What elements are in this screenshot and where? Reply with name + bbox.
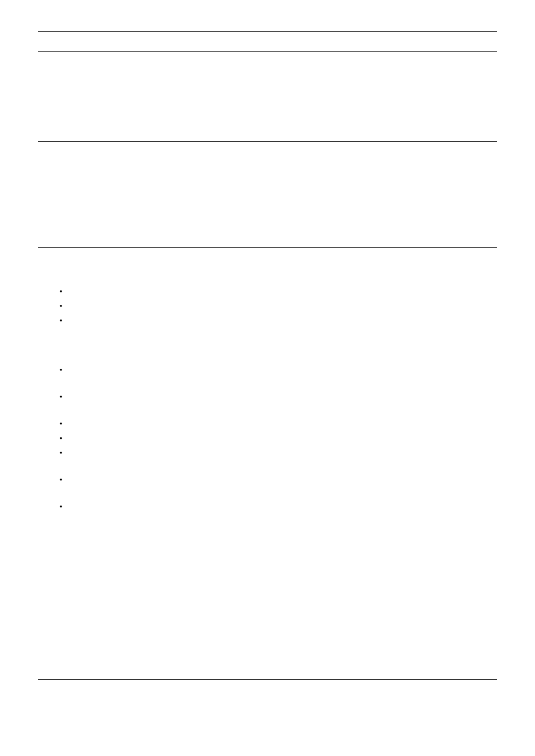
header-rules — [38, 31, 497, 52]
list-item — [59, 501, 497, 511]
list-item — [59, 391, 497, 414]
document-page — [0, 0, 535, 756]
section-block-1 — [38, 58, 497, 141]
list-item — [59, 315, 497, 325]
bullet-group-2 — [59, 364, 497, 511]
list-item — [59, 286, 497, 296]
bullet-lists — [38, 286, 497, 511]
list-item — [59, 418, 497, 428]
rule-top-2 — [38, 51, 497, 52]
bullet-group-1 — [59, 286, 497, 325]
section-block-2 — [38, 149, 497, 247]
list-item — [59, 300, 497, 310]
rule-mid-1 — [38, 141, 497, 142]
list-item — [59, 447, 497, 470]
list-item — [59, 474, 497, 497]
footer-rule-wrap — [38, 679, 497, 680]
rule-footer — [38, 679, 497, 680]
list-item — [59, 433, 497, 443]
rule-mid-2 — [38, 247, 497, 248]
list-item — [59, 364, 497, 387]
